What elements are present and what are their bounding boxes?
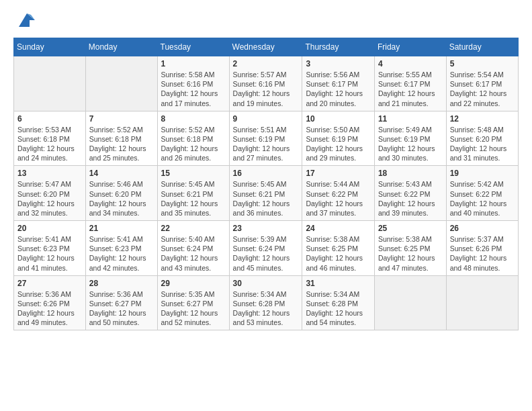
day-info: Sunrise: 5:48 AM Sunset: 6:20 PM Dayligh… (450, 125, 515, 163)
day-number: 6 (17, 114, 82, 124)
calendar-header: SundayMondayTuesdayWednesdayThursdayFrid… (14, 38, 519, 56)
header-day: Monday (85, 38, 157, 56)
day-number: 13 (17, 169, 82, 178)
header (13, 11, 519, 30)
calendar-cell: 16Sunrise: 5:45 AM Sunset: 6:21 PM Dayli… (229, 166, 302, 221)
day-info: Sunrise: 5:45 AM Sunset: 6:21 PM Dayligh… (233, 179, 299, 218)
calendar-cell (446, 275, 518, 330)
day-info: Sunrise: 5:49 AM Sunset: 6:19 PM Dayligh… (378, 125, 443, 163)
logo-icon (16, 11, 38, 30)
day-info: Sunrise: 5:35 AM Sunset: 6:27 PM Dayligh… (161, 289, 226, 328)
day-number: 8 (161, 114, 226, 124)
calendar-cell (85, 56, 157, 111)
day-info: Sunrise: 5:58 AM Sunset: 6:16 PM Dayligh… (161, 70, 226, 108)
day-number: 26 (450, 224, 515, 233)
calendar-cell (374, 275, 446, 330)
day-info: Sunrise: 5:36 AM Sunset: 6:27 PM Dayligh… (89, 289, 154, 328)
day-number: 16 (233, 169, 299, 178)
day-info: Sunrise: 5:46 AM Sunset: 6:20 PM Dayligh… (89, 179, 154, 218)
calendar-cell (14, 56, 86, 111)
day-number: 24 (306, 224, 371, 233)
calendar-cell: 17Sunrise: 5:44 AM Sunset: 6:22 PM Dayli… (302, 166, 375, 221)
day-number: 9 (233, 114, 299, 124)
calendar-body: 1Sunrise: 5:58 AM Sunset: 6:16 PM Daylig… (14, 56, 519, 330)
calendar-cell: 21Sunrise: 5:41 AM Sunset: 6:23 PM Dayli… (85, 221, 157, 276)
day-number: 15 (161, 169, 226, 178)
header-day: Friday (374, 38, 446, 56)
calendar-cell: 19Sunrise: 5:42 AM Sunset: 6:22 PM Dayli… (446, 166, 518, 221)
day-info: Sunrise: 5:42 AM Sunset: 6:22 PM Dayligh… (450, 179, 515, 218)
day-number: 10 (306, 114, 371, 124)
logo (13, 11, 38, 30)
calendar-cell: 10Sunrise: 5:50 AM Sunset: 6:19 PM Dayli… (302, 111, 375, 166)
calendar-cell: 5Sunrise: 5:54 AM Sunset: 6:17 PM Daylig… (446, 56, 518, 111)
calendar-cell: 18Sunrise: 5:43 AM Sunset: 6:22 PM Dayli… (374, 166, 446, 221)
day-info: Sunrise: 5:51 AM Sunset: 6:19 PM Dayligh… (233, 125, 299, 163)
calendar-cell: 28Sunrise: 5:36 AM Sunset: 6:27 PM Dayli… (85, 275, 157, 330)
page: SundayMondayTuesdayWednesdayThursdayFrid… (0, 0, 532, 411)
header-day: Saturday (446, 38, 518, 56)
header-day: Tuesday (157, 38, 229, 56)
day-number: 30 (233, 279, 299, 288)
day-number: 27 (17, 279, 82, 288)
calendar-cell: 23Sunrise: 5:39 AM Sunset: 6:24 PM Dayli… (229, 221, 302, 276)
day-info: Sunrise: 5:41 AM Sunset: 6:23 PM Dayligh… (17, 234, 82, 273)
header-day: Sunday (14, 38, 86, 56)
day-info: Sunrise: 5:45 AM Sunset: 6:21 PM Dayligh… (161, 179, 226, 218)
day-info: Sunrise: 5:53 AM Sunset: 6:18 PM Dayligh… (17, 125, 82, 163)
calendar-cell: 30Sunrise: 5:34 AM Sunset: 6:28 PM Dayli… (229, 275, 302, 330)
day-number: 12 (450, 114, 515, 124)
day-info: Sunrise: 5:38 AM Sunset: 6:25 PM Dayligh… (306, 234, 371, 273)
day-info: Sunrise: 5:50 AM Sunset: 6:19 PM Dayligh… (306, 125, 371, 163)
day-number: 7 (89, 114, 154, 124)
day-info: Sunrise: 5:40 AM Sunset: 6:24 PM Dayligh… (161, 234, 226, 273)
day-number: 18 (378, 169, 443, 178)
calendar-cell: 13Sunrise: 5:47 AM Sunset: 6:20 PM Dayli… (14, 166, 86, 221)
day-number: 1 (161, 59, 226, 68)
calendar-week-row: 1Sunrise: 5:58 AM Sunset: 6:16 PM Daylig… (14, 56, 519, 111)
calendar-cell: 15Sunrise: 5:45 AM Sunset: 6:21 PM Dayli… (157, 166, 229, 221)
day-info: Sunrise: 5:52 AM Sunset: 6:18 PM Dayligh… (161, 125, 226, 163)
header-row: SundayMondayTuesdayWednesdayThursdayFrid… (14, 38, 519, 56)
calendar-cell: 6Sunrise: 5:53 AM Sunset: 6:18 PM Daylig… (14, 111, 86, 166)
day-info: Sunrise: 5:34 AM Sunset: 6:28 PM Dayligh… (233, 289, 299, 328)
day-info: Sunrise: 5:41 AM Sunset: 6:23 PM Dayligh… (89, 234, 154, 273)
day-number: 14 (89, 169, 154, 178)
day-info: Sunrise: 5:39 AM Sunset: 6:24 PM Dayligh… (233, 234, 299, 273)
calendar-cell: 3Sunrise: 5:56 AM Sunset: 6:17 PM Daylig… (302, 56, 375, 111)
day-info: Sunrise: 5:43 AM Sunset: 6:22 PM Dayligh… (378, 179, 443, 218)
day-info: Sunrise: 5:54 AM Sunset: 6:17 PM Dayligh… (450, 70, 515, 108)
calendar-table: SundayMondayTuesdayWednesdayThursdayFrid… (13, 38, 519, 330)
calendar-cell: 29Sunrise: 5:35 AM Sunset: 6:27 PM Dayli… (157, 275, 229, 330)
day-number: 3 (306, 59, 371, 68)
calendar-cell: 4Sunrise: 5:55 AM Sunset: 6:17 PM Daylig… (374, 56, 446, 111)
day-number: 21 (89, 224, 154, 233)
calendar-cell: 31Sunrise: 5:34 AM Sunset: 6:28 PM Dayli… (302, 275, 375, 330)
calendar-cell: 8Sunrise: 5:52 AM Sunset: 6:18 PM Daylig… (157, 111, 229, 166)
calendar-cell: 20Sunrise: 5:41 AM Sunset: 6:23 PM Dayli… (14, 221, 86, 276)
calendar-cell: 2Sunrise: 5:57 AM Sunset: 6:16 PM Daylig… (229, 56, 302, 111)
calendar-cell: 7Sunrise: 5:52 AM Sunset: 6:18 PM Daylig… (85, 111, 157, 166)
day-info: Sunrise: 5:47 AM Sunset: 6:20 PM Dayligh… (17, 179, 82, 218)
calendar-cell: 22Sunrise: 5:40 AM Sunset: 6:24 PM Dayli… (157, 221, 229, 276)
day-number: 25 (378, 224, 443, 233)
day-number: 4 (378, 59, 443, 68)
calendar-cell: 24Sunrise: 5:38 AM Sunset: 6:25 PM Dayli… (302, 221, 375, 276)
calendar-cell: 9Sunrise: 5:51 AM Sunset: 6:19 PM Daylig… (229, 111, 302, 166)
day-number: 5 (450, 59, 515, 68)
day-number: 11 (378, 114, 443, 124)
day-number: 2 (233, 59, 299, 68)
day-number: 29 (161, 279, 226, 288)
calendar-cell: 26Sunrise: 5:37 AM Sunset: 6:26 PM Dayli… (446, 221, 518, 276)
calendar-week-row: 6Sunrise: 5:53 AM Sunset: 6:18 PM Daylig… (14, 111, 519, 166)
day-info: Sunrise: 5:52 AM Sunset: 6:18 PM Dayligh… (89, 125, 154, 163)
header-day: Thursday (302, 38, 375, 56)
calendar-cell: 12Sunrise: 5:48 AM Sunset: 6:20 PM Dayli… (446, 111, 518, 166)
day-number: 31 (306, 279, 371, 288)
header-day: Wednesday (229, 38, 302, 56)
calendar-week-row: 20Sunrise: 5:41 AM Sunset: 6:23 PM Dayli… (14, 221, 519, 276)
day-number: 17 (306, 169, 371, 178)
day-info: Sunrise: 5:55 AM Sunset: 6:17 PM Dayligh… (378, 70, 443, 108)
day-number: 22 (161, 224, 226, 233)
day-info: Sunrise: 5:36 AM Sunset: 6:26 PM Dayligh… (17, 289, 82, 328)
